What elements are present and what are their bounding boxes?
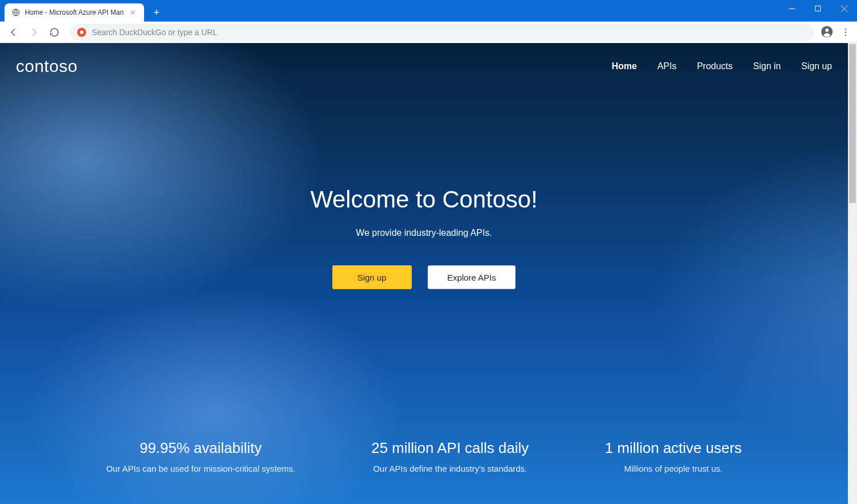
nav-home[interactable]: Home	[611, 61, 636, 71]
title-bar: Home - Microsoft Azure API Man +	[0, 0, 857, 22]
nav-signup[interactable]: Sign up	[801, 61, 832, 71]
minimize-button[interactable]	[779, 0, 805, 17]
stat-sub: Our APIs can be used for mission-critica…	[106, 464, 295, 473]
svg-point-4	[845, 28, 846, 29]
scrollbar[interactable]	[848, 43, 857, 504]
svg-point-3	[825, 28, 829, 32]
duckduckgo-icon	[77, 28, 86, 37]
stat-title: 99.95% availability	[106, 439, 295, 457]
maximize-button[interactable]	[805, 0, 831, 17]
nav-signin[interactable]: Sign in	[753, 61, 781, 71]
hero-title: Welcome to Contoso!	[310, 186, 538, 213]
signup-button[interactable]: Sign up	[332, 265, 412, 289]
hero-subtitle: We provide industry-leading APIs.	[356, 228, 492, 238]
site-header: contoso Home APIs Products Sign in Sign …	[0, 43, 848, 90]
profile-icon[interactable]	[821, 26, 834, 39]
stat-api-calls: 25 million API calls daily Our APIs defi…	[371, 439, 529, 473]
stat-sub: Millions of people trust us.	[605, 464, 742, 473]
svg-rect-1	[815, 6, 820, 11]
explore-apis-button[interactable]: Explore APIs	[428, 265, 516, 289]
nav-products[interactable]: Products	[697, 61, 733, 71]
address-bar[interactable]: Search DuckDuckGo or type a URL	[70, 24, 814, 41]
tab-title: Home - Microsoft Azure API Man	[25, 9, 124, 16]
kebab-menu-icon[interactable]	[839, 26, 852, 39]
site-logo[interactable]: contoso	[16, 57, 78, 76]
scrollbar-thumb[interactable]	[849, 44, 856, 203]
nav-apis[interactable]: APIs	[657, 61, 677, 71]
stat-sub: Our APIs define the industry's standards…	[371, 464, 529, 473]
globe-icon	[11, 8, 20, 17]
stats-section: 99.95% availability Our APIs can be used…	[0, 439, 848, 473]
address-placeholder: Search DuckDuckGo or type a URL	[92, 28, 217, 37]
browser-window: Home - Microsoft Azure API Man +	[0, 0, 857, 504]
hero-buttons: Sign up Explore APIs	[332, 265, 516, 289]
browser-toolbar: Search DuckDuckGo or type a URL	[0, 22, 857, 43]
close-tab-icon[interactable]	[128, 8, 137, 17]
forward-button[interactable]	[25, 23, 43, 41]
window-controls	[779, 0, 857, 22]
browser-tab[interactable]: Home - Microsoft Azure API Man	[5, 3, 144, 22]
reload-button[interactable]	[45, 23, 64, 41]
close-window-button[interactable]	[831, 0, 857, 17]
back-button[interactable]	[5, 23, 23, 41]
hero-section: Welcome to Contoso! We provide industry-…	[0, 186, 848, 289]
svg-point-5	[845, 31, 846, 32]
svg-point-6	[845, 35, 846, 36]
stat-title: 25 million API calls daily	[371, 439, 529, 457]
stat-active-users: 1 million active users Millions of peopl…	[605, 439, 742, 473]
stat-availability: 99.95% availability Our APIs can be used…	[106, 439, 295, 473]
stat-title: 1 million active users	[605, 439, 742, 457]
new-tab-button[interactable]: +	[149, 5, 164, 20]
page-content: contoso Home APIs Products Sign in Sign …	[0, 43, 857, 504]
primary-nav: Home APIs Products Sign in Sign up	[611, 61, 832, 71]
